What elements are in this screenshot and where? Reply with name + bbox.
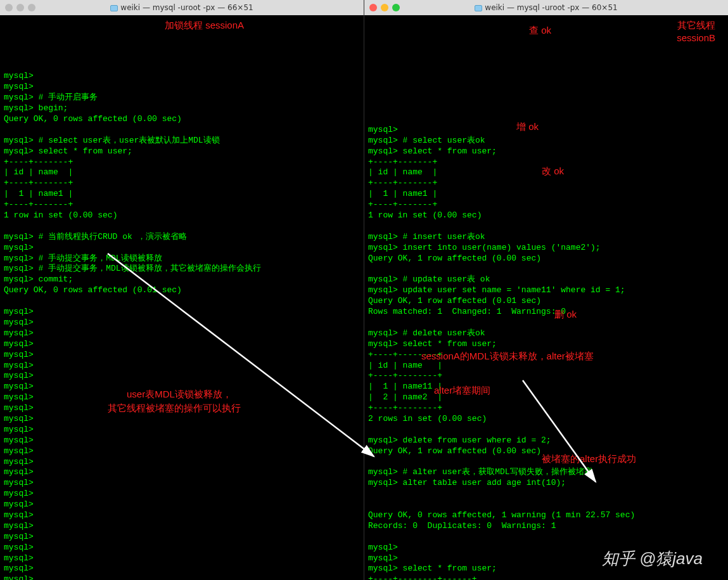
terminal-line: mysql> commit; xyxy=(4,274,360,285)
terminal-line: mysql> xyxy=(4,564,360,574)
terminal-line: mysql> xyxy=(4,350,360,361)
terminal-line: mysql> select * from user; xyxy=(368,146,724,157)
terminal-line: mysql> xyxy=(4,489,360,499)
terminal-line: mysql> update user set name = 'name11' w… xyxy=(368,285,724,296)
terminal-line: +----+-------+ xyxy=(368,157,724,168)
terminal-line: mysql> # 手动提交事务，MDL读锁被释放，其它被堵塞的操作会执行 xyxy=(4,264,360,274)
titlebar-right[interactable]: weiki — mysql -uroot -px — 60×51 xyxy=(364,0,728,15)
terminal-line: Query OK, 1 row affected (0.00 sec) xyxy=(368,446,724,457)
terminal-line xyxy=(4,296,360,307)
terminal-line: mysql> xyxy=(4,446,360,457)
terminal-line: mysql> # 当前线程执行CRUD ok ，演示被省略 xyxy=(4,232,360,243)
terminal-line: +----+-------+ xyxy=(4,200,360,210)
terminal-line: mysql> xyxy=(4,382,360,392)
minimize-icon[interactable] xyxy=(381,4,388,11)
terminal-line xyxy=(368,532,724,543)
terminal-line xyxy=(368,318,724,328)
terminal-line: mysql> select * from user; xyxy=(368,339,724,350)
terminal-line: | id | name | xyxy=(368,167,724,178)
window-title-left: weiki — mysql -uroot -px — 66×51 xyxy=(0,3,364,12)
terminal-line: | id | name | xyxy=(4,167,360,178)
terminal-line: Query OK, 1 row affected (0.00 sec) xyxy=(368,254,724,264)
terminal-line: mysql> select * from user; xyxy=(4,146,360,157)
terminal-line: mysql> xyxy=(4,328,360,339)
terminal-line: 2 rows in set (0.00 sec) xyxy=(368,414,724,425)
terminal-line: Query OK, 0 rows affected (0.00 sec) xyxy=(4,114,360,125)
terminal-line: +----+--------+------+ xyxy=(368,574,724,580)
terminal-line: mysql> xyxy=(4,339,360,350)
terminal-line: mysql> xyxy=(4,307,360,318)
terminal-line: mysql> # 手动提交事务，MDL读锁被释放 xyxy=(4,254,360,264)
terminal-line: mysql> xyxy=(4,574,360,580)
folder-icon xyxy=(110,5,118,11)
minimize-icon[interactable] xyxy=(16,4,24,11)
terminal-line: mysql> xyxy=(368,125,724,136)
terminal-line: mysql> xyxy=(4,392,360,403)
terminal-line: +----+--------+ xyxy=(368,371,724,382)
terminal-line: mysql> select * from user; xyxy=(368,564,724,574)
terminal-line: mysql> xyxy=(4,553,360,564)
terminal-line: mysql> xyxy=(4,71,360,82)
terminal-line: mysql> xyxy=(4,521,360,532)
close-icon[interactable] xyxy=(5,4,13,11)
terminal-line: | 2 | name2 | xyxy=(368,392,724,403)
titlebar-left[interactable]: weiki — mysql -uroot -px — 66×51 xyxy=(0,0,364,15)
terminal-left: weiki — mysql -uroot -px — 66×51 加锁线程 se… xyxy=(0,0,364,580)
terminal-line: mysql> insert into user(name) values ('n… xyxy=(368,243,724,254)
annot-cha-ok: 查 ok xyxy=(529,24,551,37)
terminal-line: +----+--------+ xyxy=(368,350,724,361)
terminal-line: Records: 0 Duplicates: 0 Warnings: 1 xyxy=(368,521,724,532)
window-title-right: weiki — mysql -uroot -px — 60×51 xyxy=(364,3,728,12)
terminal-line: mysql> xyxy=(4,457,360,468)
terminal-line: mysql> xyxy=(4,361,360,371)
terminal-body-right[interactable]: 查 ok 其它线程sessionB 增 ok 改 ok 删 ok session… xyxy=(364,15,728,580)
terminal-line: mysql> # select user表ok xyxy=(368,136,724,146)
terminal-line: Query OK, 0 rows affected, 1 warning (1 … xyxy=(368,510,724,521)
terminal-line: +----+-------+ xyxy=(368,200,724,210)
terminal-line: mysql> # 手动开启事务 xyxy=(4,93,360,103)
terminal-line: mysql> xyxy=(4,435,360,446)
terminal-line: mysql> xyxy=(4,532,360,543)
terminal-line: mysql> xyxy=(4,414,360,425)
terminal-line: mysql> xyxy=(4,543,360,553)
close-icon[interactable] xyxy=(369,4,377,11)
maximize-icon[interactable] xyxy=(28,4,35,11)
terminal-line xyxy=(368,425,724,435)
terminal-line: +----+--------+ xyxy=(368,403,724,414)
terminal-line: mysql> # delete user表ok xyxy=(368,328,724,339)
terminal-line: | 1 | name11 | xyxy=(368,382,724,392)
terminal-line: | 1 | name1 | xyxy=(4,189,360,200)
terminal-line: mysql> xyxy=(4,82,360,93)
terminal-line xyxy=(4,221,360,232)
terminal-line: mysql> delete from user where id = 2; xyxy=(368,435,724,446)
terminal-line: mysql> # insert user表ok xyxy=(368,232,724,243)
terminal-line: +----+-------+ xyxy=(368,178,724,189)
terminal-line xyxy=(368,221,724,232)
terminal-line: 1 row in set (0.00 sec) xyxy=(368,210,724,221)
terminal-line: mysql> xyxy=(368,553,724,564)
terminal-line: mysql> xyxy=(4,243,360,254)
terminal-line: mysql> begin; xyxy=(4,103,360,114)
terminal-line xyxy=(368,264,724,274)
maximize-icon[interactable] xyxy=(392,4,400,11)
folder-icon xyxy=(475,5,482,11)
terminal-line: mysql> # alter user表，获取MDL写锁失败，操作被堵塞 xyxy=(368,467,724,478)
terminal-line xyxy=(368,489,724,499)
terminal-line: mysql> xyxy=(368,543,724,553)
terminal-line: mysql> # select user表，user表被默认加上MDL读锁 xyxy=(4,136,360,146)
terminal-body-left[interactable]: 加锁线程 sessionA user表MDL读锁被释放， 其它线程被堵塞的操作可… xyxy=(0,15,364,580)
terminal-line: +----+-------+ xyxy=(4,178,360,189)
terminal-line: mysql> xyxy=(4,478,360,489)
terminal-line: mysql> xyxy=(4,425,360,435)
terminal-line: Query OK, 0 rows affected (0.01 sec) xyxy=(4,285,360,296)
terminal-line: mysql> xyxy=(4,318,360,328)
annot-session-a: 加锁线程 sessionA xyxy=(165,19,244,32)
terminal-line: Query OK, 1 row affected (0.01 sec) xyxy=(368,296,724,307)
terminal-line xyxy=(4,125,360,136)
terminal-line: mysql> xyxy=(4,499,360,510)
terminal-line: mysql> # update user表 ok xyxy=(368,274,724,285)
terminal-line xyxy=(368,457,724,468)
terminal-line: | 1 | name1 | xyxy=(368,189,724,200)
terminal-line: | id | name | xyxy=(368,361,724,371)
terminal-line xyxy=(368,499,724,510)
